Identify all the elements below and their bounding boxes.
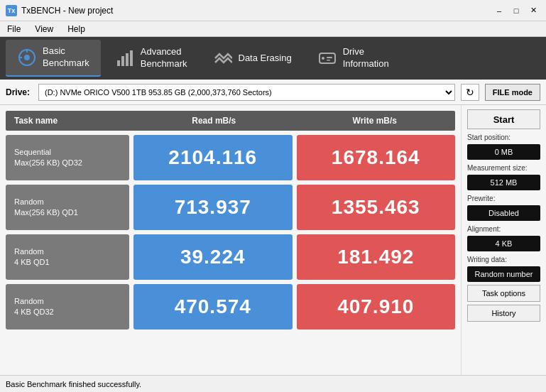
- svg-rect-10: [327, 57, 332, 58]
- bench-label-sequential: Sequential Max(256 KB) QD32: [6, 135, 129, 180]
- start-position-label: Start position:: [467, 134, 540, 141]
- svg-rect-7: [130, 50, 133, 66]
- basic-benchmark-label: Basic Benchmark: [43, 45, 89, 70]
- bench-label-random-4k-qd32: Random 4 KB QD32: [6, 284, 129, 330]
- right-panel: Start Start position: 0 MB Measurement s…: [461, 105, 546, 375]
- prewrite-label: Prewrite:: [467, 195, 540, 202]
- toolbar-btn-basic-benchmark[interactable]: Basic Benchmark: [6, 40, 101, 77]
- drive-information-icon: [317, 48, 337, 68]
- bench-read-sequential: 2104.116: [133, 135, 293, 180]
- bench-row-random-4k-qd1: Random 4 KB QD1 39.224 181.492: [6, 234, 455, 280]
- main-content: Task name Read mB/s Write mB/s Sequentia…: [0, 105, 546, 375]
- alignment-label: Alignment:: [467, 225, 540, 233]
- toolbar-btn-data-erasing[interactable]: Data Erasing: [202, 40, 303, 77]
- bench-read-random-4k-qd1: 39.224: [133, 234, 293, 280]
- status-message: Basic Benchmark finished successfully.: [6, 380, 141, 388]
- advanced-benchmark-label: Advanced Benchmark: [141, 46, 187, 70]
- svg-rect-4: [117, 60, 120, 66]
- menu-view[interactable]: View: [32, 23, 56, 36]
- start-position-value: 0 MB: [467, 144, 540, 160]
- task-options-button[interactable]: Task options: [467, 285, 540, 302]
- drive-select[interactable]: (D:) NVMe ORICO V500 1TB 953.85 GB (2,00…: [38, 84, 455, 101]
- toolbar: Basic Benchmark Advanced Benchmark: [0, 37, 546, 80]
- bench-write-random-256-qd1: 1355.463: [297, 185, 456, 230]
- drive-row: Drive: (D:) NVMe ORICO V500 1TB 953.85 G…: [0, 80, 546, 105]
- bench-header-write: Write mB/s: [295, 116, 456, 126]
- status-bar: Basic Benchmark finished successfully.: [0, 375, 546, 392]
- measurement-size-label: Measurement size:: [467, 164, 540, 172]
- writing-data-value: Random number: [467, 266, 540, 282]
- bench-header-task: Task name: [6, 116, 133, 126]
- file-mode-button[interactable]: FILE mode: [485, 84, 540, 101]
- bench-write-random-4k-qd32: 407.910: [297, 284, 456, 330]
- start-button[interactable]: Start: [467, 109, 540, 129]
- bench-header: Task name Read mB/s Write mB/s: [6, 111, 455, 131]
- menu-bar: File View Help: [0, 21, 546, 37]
- svg-rect-5: [121, 56, 124, 66]
- alignment-value: 4 KB: [467, 236, 540, 251]
- bench-read-random-256-qd1: 713.937: [133, 185, 293, 230]
- bench-header-read: Read mB/s: [133, 116, 295, 126]
- svg-rect-11: [327, 60, 330, 61]
- toolbar-btn-drive-information[interactable]: Drive Information: [306, 40, 400, 77]
- history-button[interactable]: History: [467, 305, 540, 322]
- prewrite-value: Disabled: [467, 205, 540, 221]
- drive-label: Drive:: [6, 87, 30, 97]
- bench-label-random-4k-qd1: Random 4 KB QD1: [6, 234, 129, 280]
- toolbar-btn-advanced-benchmark[interactable]: Advanced Benchmark: [104, 40, 199, 77]
- svg-rect-6: [126, 53, 129, 66]
- svg-point-1: [24, 55, 30, 60]
- window-controls: – □ ✕: [492, 4, 540, 18]
- measurement-size-value: 512 MB: [467, 175, 540, 190]
- bench-label-random-256-qd1: Random Max(256 KB) QD1: [6, 185, 129, 230]
- benchmark-area: Task name Read mB/s Write mB/s Sequentia…: [0, 105, 461, 375]
- bench-row-random-256-qd1: Random Max(256 KB) QD1 713.937 1355.463: [6, 185, 455, 230]
- svg-point-9: [322, 57, 324, 60]
- bench-row-random-4k-qd32: Random 4 KB QD32 470.574 407.910: [6, 284, 455, 330]
- drive-information-label: Drive Information: [343, 46, 389, 70]
- basic-benchmark-icon: [17, 48, 37, 67]
- data-erasing-label: Data Erasing: [239, 53, 292, 65]
- menu-file[interactable]: File: [4, 23, 23, 36]
- minimize-button[interactable]: –: [492, 4, 506, 18]
- advanced-benchmark-icon: [115, 48, 135, 68]
- bench-read-random-4k-qd32: 470.574: [133, 284, 293, 330]
- drive-refresh-button[interactable]: ↻: [461, 84, 479, 101]
- menu-help[interactable]: Help: [65, 23, 88, 36]
- window-title: TxBENCH - New project: [21, 6, 113, 16]
- bench-row-sequential: Sequential Max(256 KB) QD32 2104.116 167…: [6, 135, 455, 180]
- bench-write-random-4k-qd1: 181.492: [297, 234, 456, 280]
- close-button[interactable]: ✕: [526, 4, 540, 18]
- data-erasing-icon: [213, 48, 233, 68]
- title-bar: Tx TxBENCH - New project – □ ✕: [0, 0, 546, 21]
- maximize-button[interactable]: □: [509, 4, 523, 18]
- writing-data-label: Writing data:: [467, 256, 540, 263]
- app-icon: Tx: [6, 5, 17, 16]
- bench-write-sequential: 1678.164: [297, 135, 456, 180]
